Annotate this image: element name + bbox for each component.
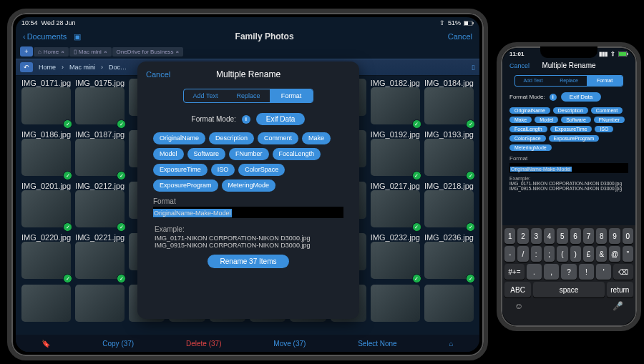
cancel-button[interactable]: Cancel: [448, 32, 472, 41]
photo-thumbnail[interactable]: ✓: [75, 190, 125, 227]
key[interactable]: .: [527, 264, 542, 280]
exif-tag[interactable]: OriginalName: [509, 107, 550, 114]
key[interactable]: ": [623, 246, 633, 262]
copy-button[interactable]: Copy (37): [98, 340, 138, 348]
exif-tag[interactable]: FocalLength: [509, 126, 547, 132]
breadcrumb-item[interactable]: Mac mini: [65, 62, 99, 72]
close-icon[interactable]: ×: [176, 49, 180, 55]
exif-tag[interactable]: MeteringMode: [222, 179, 276, 192]
move-button[interactable]: Move (37): [269, 340, 310, 348]
key-space[interactable]: space: [533, 282, 604, 297]
exif-tag[interactable]: ColorSpace: [238, 164, 285, 176]
close-icon[interactable]: ×: [104, 49, 107, 55]
cancel-button[interactable]: Cancel: [509, 62, 530, 69]
tag-button[interactable]: 🔖: [37, 340, 54, 348]
key[interactable]: 8: [596, 228, 607, 244]
exif-tag[interactable]: Software: [187, 148, 226, 160]
exif-tag[interactable]: ISO: [595, 126, 613, 132]
delete-button[interactable]: Delete (37): [182, 340, 225, 348]
key[interactable]: /: [517, 246, 528, 262]
photo-thumbnail[interactable]: ✓: [424, 190, 474, 227]
photo-thumbnail[interactable]: [424, 285, 474, 322]
key[interactable]: 9: [609, 228, 620, 244]
exif-tag[interactable]: Software: [561, 117, 591, 123]
segment-format[interactable]: Format: [270, 89, 313, 102]
rename-mode-segment[interactable]: Add Text Replace Format: [514, 75, 623, 87]
format-field[interactable]: OriginalName-Make-Model: [509, 163, 628, 173]
key[interactable]: 0: [623, 228, 633, 244]
rename-items-button[interactable]: Rename 37 Items: [208, 255, 290, 268]
exif-tag[interactable]: Description: [209, 132, 254, 144]
key[interactable]: ;: [544, 246, 555, 262]
photo-thumbnail[interactable]: ✓: [424, 139, 474, 176]
key[interactable]: @: [609, 246, 620, 262]
photo-thumbnail[interactable]: ✓: [21, 139, 71, 176]
rename-mode-segment[interactable]: Add Text Replace Format: [183, 89, 313, 103]
key[interactable]: ,: [544, 264, 559, 280]
key[interactable]: -: [504, 246, 515, 262]
photo-thumbnail[interactable]: ✓: [371, 139, 420, 176]
close-icon[interactable]: ×: [61, 49, 64, 55]
breadcrumb-item[interactable]: Home: [34, 62, 60, 72]
format-mode-value[interactable]: Exif Data: [256, 113, 306, 125]
format-field[interactable]: OriginalName-Make-Model: [153, 207, 343, 218]
info-icon[interactable]: i: [550, 94, 557, 101]
photo-thumbnail[interactable]: ✓: [75, 242, 125, 279]
photo-thumbnail[interactable]: [75, 285, 125, 322]
key[interactable]: #+=: [504, 264, 525, 280]
photo-thumbnail[interactable]: ✓: [21, 87, 71, 124]
key[interactable]: ): [570, 246, 581, 262]
dialog-cancel-button[interactable]: Cancel: [146, 70, 170, 79]
key[interactable]: ⌫: [613, 264, 633, 280]
exif-tag[interactable]: ExposureProgram: [153, 179, 218, 192]
info-icon[interactable]: i: [242, 115, 250, 124]
key[interactable]: (: [557, 246, 567, 262]
new-tab-button[interactable]: +: [20, 46, 33, 56]
photo-thumbnail[interactable]: ✓: [21, 190, 71, 227]
exif-tag[interactable]: Model: [535, 117, 558, 123]
mic-icon[interactable]: 🎤: [613, 301, 623, 311]
breadcrumb-item[interactable]: Doc…: [104, 62, 131, 72]
tab-mac-mini[interactable]: ▯Mac mini×: [69, 47, 112, 56]
key[interactable]: ?: [561, 264, 576, 280]
exif-tag[interactable]: FNumber: [594, 117, 625, 123]
key[interactable]: 6: [570, 228, 581, 244]
key[interactable]: £: [583, 246, 594, 262]
key[interactable]: 4: [544, 228, 555, 244]
key[interactable]: 7: [583, 228, 594, 244]
photo-thumbnail[interactable]: ✓: [424, 242, 474, 279]
key[interactable]: ': [596, 264, 611, 280]
key-abc[interactable]: ABC: [504, 282, 531, 297]
photo-thumbnail[interactable]: ✓: [371, 190, 420, 227]
emoji-icon[interactable]: ☺: [514, 301, 523, 311]
photo-thumbnail[interactable]: [371, 285, 420, 322]
exif-tag[interactable]: ExposureTime: [550, 126, 592, 132]
breadcrumb-back-button[interactable]: ↶: [20, 62, 33, 72]
photo-thumbnail[interactable]: ✓: [424, 87, 474, 124]
photo-thumbnail[interactable]: ✓: [75, 87, 125, 124]
photo-thumbnail[interactable]: ✓: [371, 242, 420, 279]
exif-tag[interactable]: ISO: [211, 164, 235, 176]
segment-replace[interactable]: Replace: [227, 89, 270, 102]
exif-tag[interactable]: Model: [153, 148, 184, 160]
key[interactable]: 2: [517, 228, 528, 244]
exif-tag[interactable]: ExposureTime: [153, 164, 208, 176]
display-icon[interactable]: ▯: [472, 64, 475, 71]
tab-home[interactable]: ⌂Home×: [34, 47, 69, 56]
photo-thumbnail[interactable]: [21, 285, 71, 322]
key[interactable]: &: [596, 246, 607, 262]
exif-tag[interactable]: ExposureProgram: [549, 135, 599, 142]
exif-tag[interactable]: Comment: [591, 107, 623, 114]
exif-tag[interactable]: ColorSpace: [509, 135, 546, 142]
key-return[interactable]: return: [607, 282, 633, 297]
exif-tag[interactable]: FNumber: [229, 148, 269, 160]
exif-tag[interactable]: Description: [553, 107, 588, 114]
tab-onedrive[interactable]: OneDrive for Business×: [112, 47, 184, 56]
sidebar-toggle-icon[interactable]: ▣: [74, 32, 81, 41]
exif-tag[interactable]: Make: [509, 117, 532, 123]
back-button[interactable]: ‹Documents ▣: [23, 32, 81, 41]
segment-replace[interactable]: Replace: [551, 76, 587, 86]
exif-tag[interactable]: Make: [302, 132, 331, 144]
segment-format[interactable]: Format: [587, 76, 623, 86]
photo-thumbnail[interactable]: ✓: [75, 139, 125, 176]
